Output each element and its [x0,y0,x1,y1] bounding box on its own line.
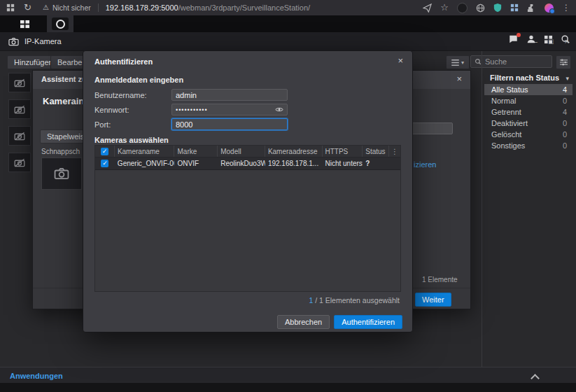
widgets-grid-icon[interactable] [544,35,553,44]
taskbar-tray [508,31,570,48]
username-field[interactable]: admin [171,89,288,101]
column-options-icon[interactable]: ⋮ [389,146,400,157]
chat-icon[interactable] [508,34,519,44]
port-field[interactable]: 8000 [171,118,288,130]
surveillance-station-task-icon[interactable] [47,15,73,32]
cell-kameraadresse: 192.168.178.1... [265,158,323,169]
browser-actions: ☆ ⋮ [423,0,570,15]
close-icon[interactable]: × [456,74,462,84]
password-field[interactable]: ••••••••••• [171,104,288,115]
select-all-checkbox[interactable]: ✓ [101,148,108,155]
camera-select-table: ✓ Kameraname Marke Modell Kameraadresse … [94,145,401,292]
filter-item-geloescht[interactable]: Gelöscht 0 [484,129,573,140]
search-icon [475,58,482,65]
security-shield-icon[interactable] [493,3,502,13]
panel-divider [482,50,482,367]
profile-avatar[interactable] [545,4,554,13]
cancel-button[interactable]: Abbrechen [277,315,330,329]
extensions-puzzle-icon[interactable] [527,4,536,13]
filter-item-deaktiviert[interactable]: Deaktiviert 0 [484,118,573,129]
selection-status: 1 / 1 Elementen ausgewählt [309,296,400,304]
search-input[interactable]: Suche [470,55,552,68]
applications-bar: Anwendungen [0,367,576,383]
view-mode-button[interactable]: ▾ [446,55,470,69]
credentials-section-heading: Anmeldedaten eingeben [94,76,183,84]
username-label: Benutzername: [94,91,147,99]
cell-kameraname: Generic_ONVIF-001 [115,158,175,169]
divider [98,4,99,12]
table-row[interactable]: ✓ Generic_ONVIF-001 ONVIF ReolinkDuo3WiF… [95,158,400,170]
filter-settings-icon[interactable] [556,55,571,69]
wizard-table-count: 1 Elemente [422,276,458,284]
extension-circle-icon[interactable] [457,3,468,13]
desktop-bottom-strip [0,383,576,392]
apps-grid-icon[interactable] [510,4,519,12]
browser-address-bar: ↻ ⚠ Nicht sicher 192.168.178.29:5000/web… [0,0,576,15]
tab-overview-icon[interactable] [6,4,15,12]
chevron-down-icon: ▾ [566,75,569,82]
cell-marke: ONVIF [174,158,218,169]
chevron-up-icon[interactable] [531,374,540,383]
chat-notification-badge [517,33,521,37]
dialog-title: Authentifizieren [94,57,153,66]
search-placeholder: Suche [485,57,507,66]
cell-modell: ReolinkDuo3WiFi [218,158,265,169]
search-icon[interactable] [561,34,570,44]
camera-list-thumbnail[interactable] [8,153,31,172]
camera-list-thumbnail[interactable] [8,99,31,119]
port-label: Port: [94,120,111,129]
chevron-down-icon: ▾ [461,59,464,66]
snapshot-preview [41,158,82,190]
window-title: IP-Kamera [24,37,62,46]
dsm-taskbar [0,15,576,32]
cell-status: ? [363,158,389,169]
filter-panel-header[interactable]: Filtern nach Status ▾ [490,71,569,83]
security-warning-label[interactable]: Nicht sicher [52,0,91,15]
cell-https: Nicht unterstüt... [323,158,363,169]
camera-list-thumbnail[interactable] [8,126,31,146]
filter-item-getrennt[interactable]: Getrennt 4 [484,106,573,118]
camera-list-thumbnail[interactable] [8,73,31,92]
column-marke[interactable]: Marke [174,146,218,157]
main-menu-icon[interactable] [20,20,30,29]
url-text[interactable]: 192.168.178.29:5000/webman/3rdparty/Surv… [106,4,310,12]
password-label: Kennwort: [94,106,129,114]
security-warning-icon: ⚠ [43,0,49,15]
auth-dialog: Authentifizieren × Anmeldedaten eingeben… [83,50,413,332]
filter-item-normal[interactable]: Normal 0 [484,95,573,106]
close-icon[interactable]: × [398,55,403,66]
next-button[interactable]: Weiter [415,293,451,307]
show-password-eye-icon[interactable] [275,106,283,113]
cameras-section-heading: Kameras auswählen [94,136,169,144]
browser-menu-icon[interactable]: ⋮ [562,0,570,15]
column-status[interactable]: Status [363,146,389,157]
column-modell[interactable]: Modell [218,146,265,157]
profile-badge [549,8,555,14]
share-icon[interactable] [423,4,432,13]
camera-icon [8,37,19,46]
user-icon[interactable] [526,34,536,44]
translate-globe-icon[interactable] [476,4,485,13]
window-titlebar[interactable]: IP-Kamera – □ × [0,32,576,51]
wizard-authenticate-link[interactable]: izieren [414,160,436,169]
bookmark-star-icon[interactable]: ☆ [440,0,449,15]
column-kameraname[interactable]: Kameraname [115,146,175,157]
table-header[interactable]: ✓ Kameraname Marke Modell Kameraadresse … [95,146,400,158]
column-https[interactable]: HTTPS [323,146,363,157]
applications-link[interactable]: Anwendungen [10,372,63,380]
column-kameraadresse[interactable]: Kameraadresse [265,146,323,157]
row-checkbox[interactable]: ✓ [101,160,108,167]
reload-icon[interactable]: ↻ [24,0,31,15]
snapshot-label: Schnappsch [41,148,80,155]
filter-item-sonstiges[interactable]: Sonstiges 0 [484,140,573,151]
filter-item-alle-status[interactable]: Alle Status 4 [484,84,573,95]
screen: ↻ ⚠ Nicht sicher 192.168.178.29:5000/web… [0,0,576,392]
camera-app-icon [52,18,69,30]
authenticate-button[interactable]: Authentifizieren [334,315,402,329]
